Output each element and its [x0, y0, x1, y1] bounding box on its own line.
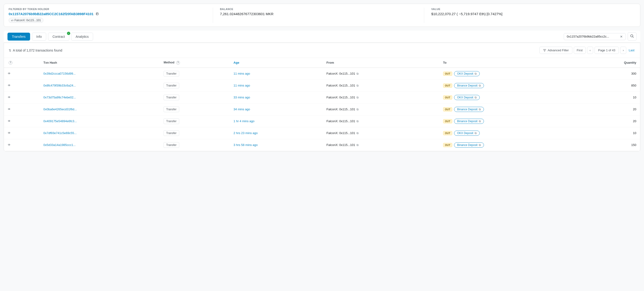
- copy-from-icon[interactable]: ⧉: [356, 131, 359, 135]
- copy-destination-icon[interactable]: ⧉: [474, 131, 477, 135]
- destination-badge[interactable]: Binance Deposit ⧉: [454, 119, 484, 124]
- direction-badge: OUT: [443, 131, 452, 135]
- copy-destination-icon[interactable]: ⧉: [479, 143, 481, 147]
- value-label: VALUE: [431, 8, 628, 10]
- tag-badge[interactable]: 🏷 FalconX: 0x115...101: [9, 18, 44, 23]
- age-cell: 1 hr 4 mins ago: [230, 115, 323, 127]
- tag-icon: 🏷: [11, 19, 14, 22]
- txn-hash-cell: 0x5d33a14a1985ccc1...: [40, 139, 160, 151]
- destination-badge[interactable]: OKX Deposit ⧉: [454, 71, 480, 76]
- copy-from-icon[interactable]: ⧉: [356, 96, 359, 99]
- copy-from-icon[interactable]: ⧉: [356, 84, 359, 87]
- copy-destination-icon[interactable]: ⧉: [479, 108, 481, 111]
- txn-hash-link[interactable]: 0x8fc479f39b33c6a24...: [44, 84, 76, 87]
- from-address: FalconX: 0x115...101 ⧉: [326, 131, 436, 135]
- eye-icon[interactable]: 👁: [8, 131, 11, 135]
- from-cell: FalconX: 0x115...101 ⧉: [323, 127, 439, 139]
- to-cell: OUT OKX Deposit ⧉: [439, 91, 582, 103]
- from-address: FalconX: 0x115...101 ⧉: [326, 84, 436, 87]
- destination-badge[interactable]: OKX Deposit ⧉: [454, 131, 480, 136]
- transactions-table: ? Txn Hash Method ? Age From To Quantity…: [4, 58, 640, 151]
- svg-line-3: [633, 37, 634, 38]
- first-page-button[interactable]: First: [574, 47, 586, 54]
- to-cell: OUT Binance Deposit ⧉: [439, 139, 582, 151]
- txn-hash-cell: 0x73d75a99c74ebe02...: [40, 91, 160, 103]
- tab-analytics-label: Analytics: [76, 35, 89, 38]
- from-cell: FalconX: 0x115...101 ⧉: [323, 139, 439, 151]
- destination-badge[interactable]: Binance Deposit ⧉: [454, 107, 484, 112]
- eye-icon[interactable]: 👁: [8, 107, 11, 111]
- eye-icon[interactable]: 👁: [8, 143, 11, 147]
- txn-hash-link[interactable]: 0x7df93e741c5e69c55...: [44, 131, 76, 135]
- txn-hash-link[interactable]: 0x39d2ccca07156d99...: [44, 72, 76, 75]
- destination-badge[interactable]: Binance Deposit ⧉: [454, 142, 484, 148]
- copy-destination-icon[interactable]: ⧉: [479, 84, 481, 87]
- method-cell: Transfer: [160, 115, 230, 127]
- eye-cell: 👁: [4, 139, 40, 151]
- method-help-icon[interactable]: ?: [176, 61, 180, 65]
- value-usd: $10,222,070.27 ( ~5,719.9747 Eth) [0.742…: [431, 12, 628, 16]
- txn-hash-link[interactable]: 0x73d75a99c74ebe02...: [44, 96, 76, 99]
- age-cell: 33 mins ago: [230, 91, 323, 103]
- copy-destination-icon[interactable]: ⧉: [474, 96, 477, 99]
- tab-info[interactable]: Info: [32, 33, 46, 40]
- from-address: FalconX: 0x115...101 ⧉: [326, 143, 436, 147]
- th-age: Age: [230, 58, 323, 68]
- th-method: Method ?: [160, 58, 230, 68]
- address-text: 0x1157A2076b9bB22a85CC2C162f20fAB3898F41…: [9, 12, 94, 16]
- tab-analytics[interactable]: Analytics: [71, 33, 93, 40]
- advanced-filter-button[interactable]: Advanced Filter: [540, 47, 572, 54]
- eye-icon[interactable]: 👁: [8, 84, 11, 87]
- copy-from-icon[interactable]: ⧉: [356, 108, 359, 111]
- destination-badge[interactable]: Binance Deposit ⧉: [454, 83, 484, 88]
- txn-hash-cell: 0x7df93e741c5e69c55...: [40, 127, 160, 139]
- balance-section: BALANCE 7,261.024482676772303601 MKR: [220, 8, 424, 23]
- filter-icon: [543, 49, 546, 52]
- copy-destination-icon[interactable]: ⧉: [474, 72, 477, 75]
- txn-hash-link[interactable]: 0x5d33a14a1985ccc1...: [44, 143, 76, 147]
- direction-badge: OUT: [443, 72, 452, 76]
- tab-transfers[interactable]: Transfers: [8, 33, 30, 40]
- direction-badge: OUT: [443, 143, 452, 147]
- eye-icon[interactable]: 👁: [8, 119, 11, 123]
- from-address: FalconX: 0x115...101 ⧉: [326, 119, 436, 123]
- age-text: 11 mins ago: [234, 84, 250, 87]
- tab-contract-label: Contract: [52, 35, 65, 38]
- last-page-button[interactable]: Last: [628, 47, 635, 54]
- copy-address-icon[interactable]: [96, 12, 99, 16]
- txn-hash-link[interactable]: 0x0ba6e4265ecd31f6d...: [44, 107, 77, 111]
- age-text: 33 mins ago: [234, 96, 250, 99]
- tab-contract[interactable]: Contract ✓: [48, 33, 69, 40]
- quantity-cell: 150: [582, 139, 640, 151]
- search-filter-row: ✕: [564, 32, 636, 40]
- tag-text: FalconX: 0x115...101: [14, 19, 41, 22]
- from-cell: FalconX: 0x115...101 ⧉: [323, 103, 439, 115]
- copy-destination-icon[interactable]: ⧉: [479, 120, 481, 123]
- to-cell: OUT Binance Deposit ⧉: [439, 103, 582, 115]
- next-page-button[interactable]: ›: [620, 47, 626, 54]
- eye-icon[interactable]: 👁: [8, 96, 11, 99]
- table-row: 👁 0x39d2ccca07156d99... Transfer 11 mins…: [4, 68, 640, 80]
- txn-hash-link[interactable]: 0x409175e54894e6fc3...: [44, 119, 77, 123]
- method-badge: Transfer: [164, 83, 179, 88]
- search-clear-button[interactable]: ✕: [620, 35, 623, 38]
- main-content: ⇅ A total of 1,072 transactions found Ad…: [4, 43, 640, 151]
- from-address: FalconX: 0x115...101 ⧉: [326, 72, 436, 75]
- search-input[interactable]: [567, 35, 618, 38]
- direction-badge: OUT: [443, 119, 452, 123]
- search-button[interactable]: [628, 32, 636, 40]
- to-cell: OUT Binance Deposit ⧉: [439, 115, 582, 127]
- th-eye: ?: [4, 58, 40, 68]
- copy-from-icon[interactable]: ⧉: [356, 143, 359, 147]
- copy-from-icon[interactable]: ⧉: [356, 72, 359, 75]
- filtered-label: FILTERED BY TOKEN HOLDER: [9, 8, 206, 10]
- table-row: 👁 0x0ba6e4265ecd31f6d... Transfer 34 min…: [4, 103, 640, 115]
- quantity-cell: 10: [582, 127, 640, 139]
- txn-hash-cell: 0x8fc479f39b33c6a24...: [40, 79, 160, 91]
- to-cell: OUT OKX Deposit ⧉: [439, 127, 582, 139]
- copy-from-icon[interactable]: ⧉: [356, 120, 359, 123]
- prev-page-button[interactable]: ‹: [587, 47, 593, 54]
- destination-badge[interactable]: OKX Deposit ⧉: [454, 95, 480, 100]
- eye-icon[interactable]: 👁: [8, 72, 11, 75]
- address-link[interactable]: 0x1157A2076b9bB22a85CC2C162f20fAB3898F41…: [9, 12, 206, 16]
